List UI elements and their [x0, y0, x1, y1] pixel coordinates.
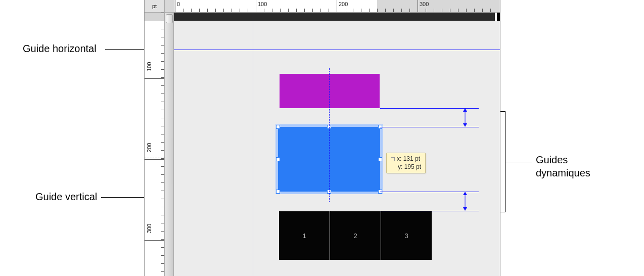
- ruler-h-minor-tick: [377, 9, 378, 13]
- black-cell-3[interactable]: 3: [381, 211, 432, 260]
- ruler-v-minor-tick: [161, 69, 165, 70]
- ruler-v-cursor-mark: [145, 158, 165, 158]
- svg-marker-1: [463, 108, 467, 112]
- handle-w[interactable]: [276, 157, 280, 161]
- shape-black-group[interactable]: 1 2 3: [279, 211, 432, 260]
- ruler-v-tick-200: 200: [146, 137, 152, 152]
- ruler-v-minor-tick: [161, 255, 165, 256]
- ruler-v-minor-tick: [161, 271, 165, 272]
- gap-arrow-bottom: [462, 192, 467, 211]
- ruler-v-minor-tick: [161, 142, 165, 143]
- ruler-horizontal[interactable]: 0 100 200 300: [165, 0, 500, 13]
- label-guide-vertical: Guide vertical: [35, 191, 97, 203]
- ruler-h-minor-tick: [482, 9, 483, 13]
- guide-horizontal-line[interactable]: [174, 50, 500, 50]
- ruler-h-minor-tick: [264, 9, 264, 13]
- ruler-v-minor-tick: [161, 150, 165, 151]
- ruler-h-minor-tick: [474, 9, 475, 13]
- canvas-area[interactable]: x: 131 pt y: 195 pt 1 2 3: [174, 13, 500, 276]
- ruler-v-minor-tick: [161, 37, 165, 37]
- ruler-unit-box[interactable]: pt: [145, 0, 165, 13]
- ruler-h-minor-tick: [320, 9, 321, 13]
- tooltip-x-value: 131 pt: [403, 155, 420, 162]
- ruler-h-minor-tick: [490, 9, 491, 13]
- ruler-h-minor-tick: [304, 9, 305, 13]
- ruler-h-minor-tick: [329, 9, 329, 13]
- ruler-h-minor-tick: [199, 9, 200, 13]
- handle-e[interactable]: [378, 157, 382, 161]
- ruler-h-cursor-mark: [346, 0, 346, 13]
- ruler-v-minor-tick: [161, 134, 165, 134]
- ruler-vertical[interactable]: 100 200 300: [145, 13, 165, 276]
- ruler-h-tick-300: 300: [420, 1, 429, 7]
- ruler-v-minor-tick: [161, 126, 165, 126]
- black-cell-2[interactable]: 2: [330, 211, 381, 260]
- ruler-v-minor-tick: [161, 77, 165, 78]
- handle-sw[interactable]: [276, 190, 280, 194]
- svg-marker-2: [463, 123, 467, 127]
- ruler-h-minor-tick: [296, 9, 297, 13]
- ruler-h-minor-tick: [401, 9, 402, 13]
- ruler-h-minor-tick: [345, 9, 345, 13]
- tooltip-y-value: 195 pt: [404, 163, 421, 170]
- ruler-v-minor-tick: [161, 158, 165, 159]
- ruler-v-minor-tick: [161, 215, 165, 215]
- ruler-h-minor-tick: [183, 9, 183, 13]
- ruler-v-minor-tick: [161, 166, 165, 167]
- ruler-v-minor-tick: [161, 223, 165, 223]
- ruler-h-minor-tick: [361, 9, 361, 13]
- handle-nw[interactable]: [276, 125, 280, 129]
- ruler-v-tick-100: 100: [146, 56, 152, 71]
- ruler-h-tick-100: 100: [258, 1, 267, 7]
- ruler-h-minor-tick: [280, 9, 281, 13]
- ruler-h-minor-tick: [223, 9, 224, 13]
- ruler-h-minor-tick: [450, 9, 450, 13]
- tooltip-y-label: y:: [398, 163, 402, 170]
- ruler-v-minor-tick: [161, 45, 165, 45]
- black-cell-1[interactable]: 1: [279, 211, 330, 260]
- ruler-h-minor-tick: [272, 9, 272, 13]
- position-tooltip: x: 131 pt y: 195 pt: [386, 153, 426, 173]
- ruler-h-minor-tick: [409, 9, 410, 13]
- ruler-h-minor-tick: [288, 9, 289, 13]
- vertical-scrollbar[interactable]: [165, 13, 174, 276]
- document-tab-bar: [174, 13, 500, 21]
- ruler-v-minor-tick: [161, 13, 165, 13]
- ruler-v-minor-tick: [161, 182, 165, 183]
- guide-vertical-line[interactable]: [253, 13, 253, 276]
- ruler-v-minor-tick: [161, 231, 165, 232]
- ruler-v-minor-tick: [161, 85, 165, 86]
- ruler-h-minor-tick: [393, 9, 394, 13]
- dynamic-guide-center-v: [329, 68, 330, 202]
- ruler-h-minor-tick: [466, 9, 467, 13]
- ruler-v-minor-tick: [161, 118, 165, 118]
- leader-guides-dynamic: [505, 162, 532, 162]
- dynamic-guide-top-gap-b: [380, 127, 479, 127]
- ruler-v-minor-tick: [161, 61, 165, 62]
- ruler-v-minor-tick: [161, 94, 165, 94]
- ruler-h-minor-tick: [191, 9, 192, 13]
- label-guide-horizontal: Guide horizontal: [23, 43, 97, 55]
- svg-marker-5: [463, 207, 467, 211]
- label-guides-dynamic-line1: Guides: [536, 154, 568, 166]
- ruler-h-minor-tick: [207, 9, 208, 13]
- ruler-h-tick-0: 0: [177, 1, 180, 7]
- shape-purple-rect[interactable]: [280, 74, 380, 108]
- ruler-h-minor-tick: [442, 9, 442, 13]
- ruler-h-minor-tick: [458, 9, 458, 13]
- ruler-h-minor-tick: [240, 9, 240, 13]
- editor-panel: pt 0 100 200 300 100 200 300: [144, 0, 500, 276]
- ruler-h-minor-tick: [248, 9, 248, 13]
- scroll-thumb[interactable]: [166, 14, 173, 23]
- ruler-h-minor-tick: [369, 9, 370, 13]
- ruler-v-minor-tick: [161, 53, 165, 54]
- ruler-v-minor-tick: [161, 263, 165, 264]
- ruler-v-minor-tick: [161, 21, 165, 21]
- gap-arrow-top: [462, 108, 467, 127]
- ruler-v-minor-tick: [161, 102, 165, 102]
- ruler-v-minor-tick: [161, 191, 165, 191]
- tooltip-x-label: x:: [397, 155, 401, 162]
- ruler-v-minor-tick: [161, 239, 165, 240]
- ruler-v-minor-tick: [161, 174, 165, 175]
- ruler-h-minor-tick: [232, 9, 232, 13]
